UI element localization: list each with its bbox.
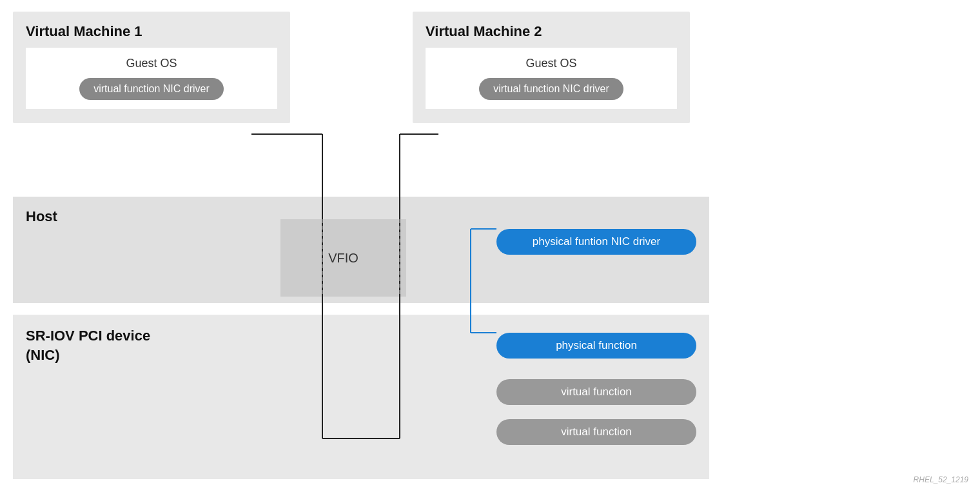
vm2-vf-nic-badge: virtual function NIC driver — [479, 78, 623, 100]
vm2-guest-os-box: Guest OS virtual function NIC driver — [426, 48, 677, 109]
vm2-guest-os-label: Guest OS — [525, 57, 576, 70]
vm1-title: Virtual Machine 1 — [26, 23, 277, 40]
main-container: Virtual Machine 1 Guest OS virtual funct… — [0, 0, 980, 492]
physical-function-badge: physical function — [496, 333, 696, 359]
vm2-title: Virtual Machine 2 — [426, 23, 677, 40]
vm1-guest-os-box: Guest OS virtual function NIC driver — [26, 48, 277, 109]
vm1-box: Virtual Machine 1 Guest OS virtual funct… — [13, 12, 290, 123]
watermark: RHEL_52_1219 — [914, 475, 968, 484]
vm1-vf-nic-badge: virtual function NIC driver — [79, 78, 224, 100]
sriov-section: SR-IOV PCI device (NIC) physical functio… — [13, 315, 709, 479]
vfio-box: VFIO — [280, 219, 406, 297]
pf-nic-driver-badge: physical funtion NIC driver — [496, 229, 696, 255]
virtual-function-badge-1: virtual function — [496, 379, 696, 405]
virtual-function-badge-2: virtual function — [496, 419, 696, 445]
vm1-guest-os-label: Guest OS — [126, 57, 177, 70]
host-section: Host VFIO physical funtion NIC driver — [13, 197, 709, 303]
vm2-box: Virtual Machine 2 Guest OS virtual funct… — [413, 12, 690, 123]
vfio-label: VFIO — [328, 251, 358, 266]
